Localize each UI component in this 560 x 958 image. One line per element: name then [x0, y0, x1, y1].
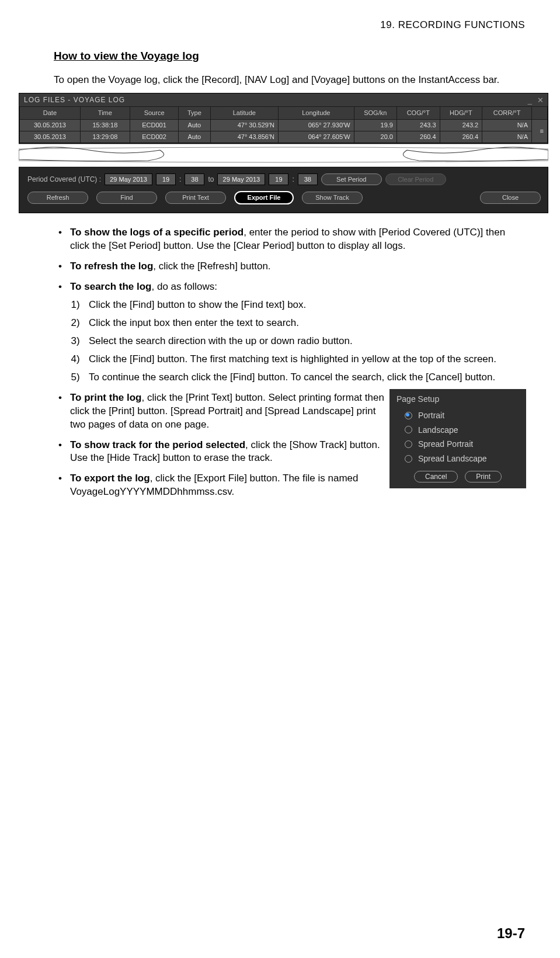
radio-label: Portrait	[418, 410, 444, 421]
truncation-indicator	[19, 144, 548, 167]
print-text-button[interactable]: Print Text	[165, 192, 226, 204]
radio-icon	[405, 412, 412, 419]
cell-lon: 064° 27.605'W	[279, 131, 354, 143]
step-item: Select the search direction with the up …	[85, 335, 525, 348]
bold-lead: To show track for the period selected	[70, 439, 245, 450]
item-text: , do as follows:	[152, 281, 217, 292]
voyage-log-window: LOG FILES - VOYAGE LOG _ ✕ Date Time Sou…	[19, 93, 548, 144]
table-row[interactable]: 30.05.2013 13:29:08 ECD002 Auto 47° 43.8…	[20, 131, 548, 143]
page-setup-title: Page Setup	[396, 394, 519, 405]
to-hour-field[interactable]: 19	[269, 173, 288, 186]
running-head: 19. RECORDING FUNCTIONS	[54, 19, 525, 32]
list-item-with-inset: To print the log, click the [Print Text]…	[70, 391, 525, 432]
cell-cog: 260.4	[396, 131, 440, 143]
from-date-field[interactable]: 29 May 2013	[105, 173, 152, 186]
step-item: Click the [Find] button. The first match…	[85, 353, 525, 366]
steps-list: Click the [Find] button to show the [Fin…	[70, 298, 525, 384]
step-item: Click the input box then enter the text …	[85, 317, 525, 330]
voyage-title: LOG FILES - VOYAGE LOG	[24, 95, 125, 105]
cell-source: ECD001	[130, 119, 178, 131]
bold-lead: To search the log	[70, 281, 152, 292]
list-item: To refresh the log, click the [Refresh] …	[70, 260, 525, 273]
cell-corr: N/A	[482, 119, 532, 131]
show-track-button[interactable]: Show Track	[302, 192, 363, 204]
minimize-icon[interactable]: _	[528, 95, 533, 106]
step-item: Click the [Find] button to show the [Fin…	[85, 298, 525, 312]
cell-hdg: 260.4	[440, 131, 482, 143]
cell-source: ECD002	[130, 131, 178, 143]
from-min-field[interactable]: 38	[185, 173, 204, 186]
list-item: To search the log, do as follows: Click …	[70, 280, 525, 384]
close-icon[interactable]: ✕	[537, 95, 544, 106]
from-hour-field[interactable]: 19	[156, 173, 176, 186]
bold-lead: To refresh the log	[70, 261, 153, 272]
cell-time: 13:29:08	[80, 131, 130, 143]
cell-time: 15:38:18	[80, 119, 130, 131]
cell-lat: 47° 43.856'N	[210, 131, 279, 143]
refresh-button[interactable]: Refresh	[27, 192, 88, 204]
col-hdg[interactable]: HDG/°T	[440, 107, 482, 120]
col-source[interactable]: Source	[130, 107, 178, 120]
col-time[interactable]: Time	[80, 107, 130, 120]
to-date-field[interactable]: 29 May 2013	[217, 173, 265, 186]
voyage-controls: Period Covered (UTC) : 29 May 2013 19 : …	[19, 167, 548, 214]
cell-hdg: 243.2	[440, 119, 482, 131]
period-covered-label: Period Covered (UTC) :	[27, 175, 101, 184]
export-file-button[interactable]: Export File	[234, 191, 294, 204]
list-item: To export the log, click the [Export Fil…	[70, 472, 525, 499]
radio-option-landscape[interactable]: Landscape	[396, 423, 519, 438]
col-type[interactable]: Type	[179, 107, 210, 120]
cell-sog: 19.9	[354, 119, 396, 131]
col-cog[interactable]: COG/°T	[396, 107, 440, 120]
voyage-titlebar: LOG FILES - VOYAGE LOG _ ✕	[19, 93, 548, 107]
section-title: How to view the Voyage log	[54, 48, 525, 64]
scrollbar-track[interactable]: ≡	[532, 119, 548, 143]
find-button[interactable]: Find	[96, 192, 157, 204]
cell-date: 30.05.2013	[20, 131, 81, 143]
col-longitude[interactable]: Longitude	[279, 107, 354, 120]
col-latitude[interactable]: Latitude	[210, 107, 279, 120]
close-button[interactable]: Close	[480, 192, 541, 204]
voyage-table: Date Time Source Type Latitude Longitude…	[19, 106, 548, 143]
clear-period-button[interactable]: Clear Period	[385, 173, 446, 186]
radio-option-portrait[interactable]: Portrait	[396, 408, 519, 423]
col-corr[interactable]: CORR/°T	[482, 107, 532, 120]
col-date[interactable]: Date	[20, 107, 81, 120]
list-item: To show the logs of a specific period, e…	[70, 226, 525, 253]
item-text: , click the [Refresh] button.	[153, 261, 270, 272]
to-min-field[interactable]: 38	[298, 173, 318, 186]
table-row[interactable]: 30.05.2013 15:38:18 ECD001 Auto 47° 30.5…	[20, 119, 548, 131]
cell-cog: 243.3	[396, 119, 440, 131]
bold-lead: To show the logs of a specific period	[70, 227, 244, 238]
cell-lon: 065° 27.930'W	[279, 119, 354, 131]
set-period-button[interactable]: Set Period	[321, 173, 382, 186]
instruction-list: To show the logs of a specific period, e…	[54, 226, 525, 499]
scrollbar[interactable]	[532, 107, 548, 120]
to-label: to	[208, 175, 214, 184]
radio-label: Landscape	[418, 425, 458, 436]
colon: :	[179, 175, 181, 184]
cell-sog: 20.0	[354, 131, 396, 143]
col-sog[interactable]: SOG/kn	[354, 107, 396, 120]
cell-date: 30.05.2013	[20, 119, 81, 131]
bold-lead: To print the log	[70, 392, 141, 403]
intro-text: To open the Voyage log, click the [Recor…	[54, 74, 525, 87]
cell-corr: N/A	[482, 131, 532, 143]
radio-icon	[405, 426, 412, 433]
list-item: To show track for the period selected, c…	[70, 439, 525, 466]
step-item: To continue the search click the [Find] …	[85, 371, 525, 384]
cell-type: Auto	[179, 119, 210, 131]
cell-lat: 47° 30.529'N	[210, 119, 279, 131]
bold-lead: To export the log	[70, 473, 150, 484]
colon: :	[292, 175, 294, 184]
cell-type: Auto	[179, 131, 210, 143]
